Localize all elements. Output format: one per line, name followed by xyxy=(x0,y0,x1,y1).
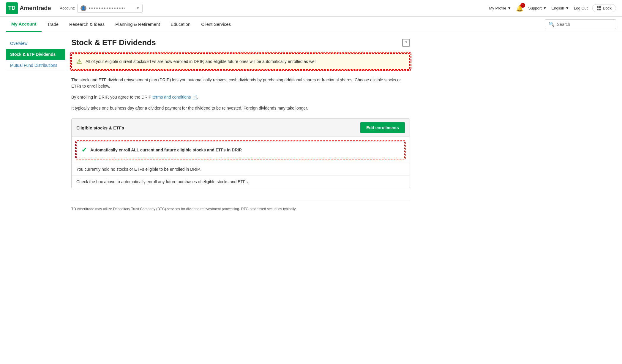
account-selector: Account: 👤 •••••••••••••••••••••• ▼ xyxy=(60,4,143,13)
auto-enroll-label: Automatically enroll ALL current and fut… xyxy=(90,148,242,152)
account-label: Account: xyxy=(60,6,75,10)
description-paragraph-2: By enrolling in DRIP, you agree to the D… xyxy=(71,94,410,100)
terms-link[interactable]: terms and conditions xyxy=(152,95,191,99)
brand-name: Ameritrade xyxy=(20,5,51,12)
alert-triangle-icon: ⚠ xyxy=(77,58,82,65)
english-chevron-icon: ▼ xyxy=(565,6,569,10)
support-link[interactable]: Support ▼ xyxy=(528,6,547,10)
account-name: •••••••••••••••••••••• xyxy=(89,6,136,10)
support-label: Support xyxy=(528,6,542,10)
description-paragraph-3: It typically takes one business day afte… xyxy=(71,105,410,111)
nav-client-services[interactable]: Client Services xyxy=(196,17,236,32)
nav-research-ideas[interactable]: Research & Ideas xyxy=(64,17,110,32)
chevron-down-icon: ▼ xyxy=(136,7,139,10)
sidebar: Overview Stock & ETF Dividends Mutual Fu… xyxy=(6,38,65,212)
top-bar: TD Ameritrade Account: 👤 •••••••••••••••… xyxy=(0,0,622,17)
top-bar-right: My Profile ▼ 🔔 1 Support ▼ English ▼ Log… xyxy=(489,4,616,12)
checkmark-icon: ✔ xyxy=(82,146,87,153)
no-stocks-text: You currently hold no stocks or ETFs eli… xyxy=(72,163,410,175)
footer-note: TD Ameritrade may utilize Depository Tru… xyxy=(71,200,410,212)
sidebar-item-mutual-fund-distributions[interactable]: Mutual Fund Distributions xyxy=(6,60,65,71)
check-box-text: Check the box above to automatically enr… xyxy=(72,175,410,188)
help-icon[interactable]: ? xyxy=(402,39,410,47)
description-paragraph-1: The stock and ETF dividend reinvestment … xyxy=(71,77,410,89)
notifications-bell[interactable]: 🔔 1 xyxy=(516,5,523,12)
nav-my-account[interactable]: My Account xyxy=(6,17,42,32)
dock-label: Dock xyxy=(603,6,612,10)
description2-prefix: By enrolling in DRIP, you agree to the D… xyxy=(71,95,152,99)
alert-text: All of your eligible current stocks/ETFs… xyxy=(86,59,318,64)
sidebar-item-stock-etf-dividends[interactable]: Stock & ETF Dividends xyxy=(6,49,65,60)
my-profile-link[interactable]: My Profile ▼ xyxy=(489,6,512,10)
edit-enrollments-button[interactable]: Edit enrollments xyxy=(360,122,405,133)
eligible-header: Eligible stocks & ETFs Edit enrollments xyxy=(72,119,410,137)
nav-education[interactable]: Education xyxy=(165,17,196,32)
search-icon: 🔍 xyxy=(549,21,555,27)
td-logo: TD xyxy=(6,2,18,14)
description2-suffix: . xyxy=(197,95,198,99)
account-dropdown[interactable]: 👤 •••••••••••••••••••••• ▼ xyxy=(77,4,143,13)
page-title: Stock & ETF Dividends xyxy=(71,38,156,47)
search-box[interactable]: 🔍 xyxy=(545,19,616,29)
sidebar-item-overview[interactable]: Overview xyxy=(6,38,65,49)
nav-trade[interactable]: Trade xyxy=(42,17,64,32)
main-area: Stock & ETF Dividends ? ⚠ All of your el… xyxy=(71,38,410,212)
account-icon: 👤 xyxy=(80,5,86,11)
auto-enroll-checkbox-row[interactable]: ✔ Automatically enroll ALL current and f… xyxy=(76,142,405,158)
pdf-icon: 📄 xyxy=(192,95,197,99)
english-link[interactable]: English ▼ xyxy=(552,6,569,10)
alert-banner: ⚠ All of your eligible current stocks/ET… xyxy=(71,53,410,70)
logout-label: Log Out xyxy=(574,6,588,10)
logout-link[interactable]: Log Out xyxy=(574,6,588,10)
search-input[interactable] xyxy=(557,22,612,27)
my-profile-chevron-icon: ▼ xyxy=(507,6,511,10)
my-profile-label: My Profile xyxy=(489,6,506,10)
page-content: Overview Stock & ETF Dividends Mutual Fu… xyxy=(0,32,416,218)
nav-planning-retirement[interactable]: Planning & Retirement xyxy=(110,17,165,32)
dock-button[interactable]: Dock xyxy=(592,4,616,12)
support-chevron-icon: ▼ xyxy=(543,6,547,10)
logo-area: TD Ameritrade xyxy=(6,2,51,14)
notification-badge: 1 xyxy=(520,3,525,8)
english-label: English xyxy=(552,6,564,10)
main-nav: My Account Trade Research & Ideas Planni… xyxy=(0,17,622,32)
page-title-row: Stock & ETF Dividends ? xyxy=(71,38,410,47)
eligible-title: Eligible stocks & ETFs xyxy=(76,125,124,130)
dock-grid-icon xyxy=(597,6,601,10)
eligible-stocks-table: Eligible stocks & ETFs Edit enrollments … xyxy=(71,118,410,188)
